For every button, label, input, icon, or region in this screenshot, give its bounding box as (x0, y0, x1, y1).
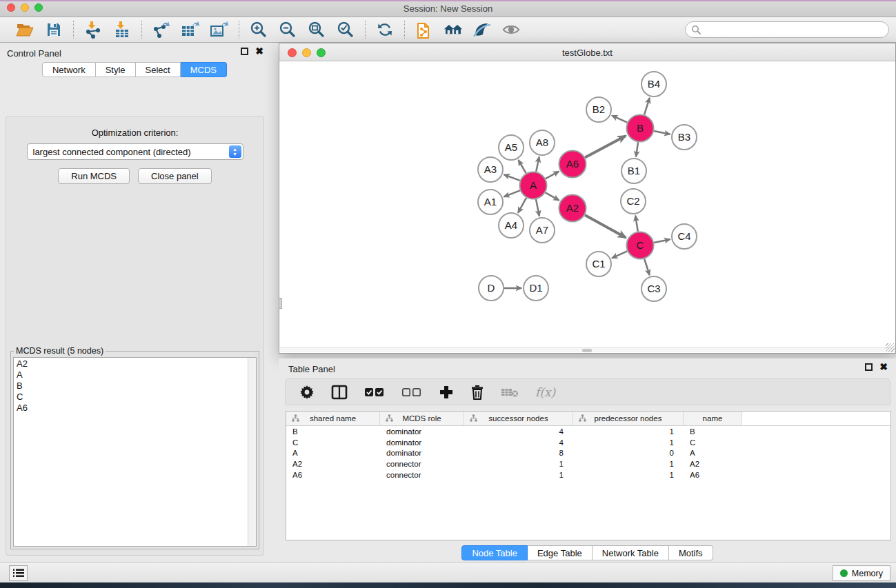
network-overview-icon[interactable] (415, 20, 434, 39)
table-tab-motifs[interactable]: Motifs (669, 545, 713, 560)
edge-A-A8[interactable] (536, 157, 539, 172)
table-tab-network-table[interactable]: Network Table (593, 545, 669, 560)
node-A5[interactable]: A5 (499, 135, 524, 160)
tab-select[interactable]: Select (136, 62, 181, 77)
float-table-panel-icon[interactable] (865, 363, 873, 371)
select-all-icon[interactable] (364, 387, 385, 398)
splitter-handle[interactable] (279, 298, 282, 309)
node-C3[interactable]: C3 (641, 276, 666, 301)
table-row[interactable]: A6connector11A6 (286, 469, 890, 480)
tab-style[interactable]: Style (96, 62, 136, 77)
edge-B-B3[interactable] (654, 131, 670, 134)
edge-A-A4[interactable] (518, 198, 526, 213)
edge-C-C2[interactable] (635, 216, 638, 232)
edge-A-A7[interactable] (536, 199, 539, 216)
scrollbar-thumb[interactable] (582, 349, 592, 352)
tab-network[interactable]: Network (42, 62, 96, 77)
node-C1[interactable]: C1 (586, 252, 611, 276)
node-A8[interactable]: A8 (530, 130, 555, 155)
deselect-all-icon[interactable] (401, 387, 422, 398)
zoom-fit-icon[interactable] (307, 20, 326, 39)
node-table[interactable]: shared nameMCDS rolesuccessor nodesprede… (286, 411, 891, 540)
criterion-select[interactable]: largest connected component (directed) ▲… (27, 143, 243, 160)
node-D[interactable]: D (479, 276, 504, 301)
result-list-item[interactable]: A2 (14, 359, 247, 370)
search-input[interactable] (701, 23, 888, 37)
node-A7[interactable]: A7 (530, 218, 555, 243)
close-table-panel-icon[interactable]: ✖ (879, 363, 888, 371)
memory-button[interactable]: Memory (833, 565, 890, 581)
node-B[interactable]: B (627, 115, 654, 142)
edge-A-A2[interactable] (546, 192, 559, 200)
column-header-successor-nodes[interactable]: successor nodes (464, 412, 573, 425)
hide-graphics-icon[interactable] (472, 20, 492, 39)
edge-C-C1[interactable] (612, 251, 627, 258)
close-panel-button[interactable]: Close panel (138, 168, 212, 184)
refresh-icon[interactable] (375, 20, 395, 39)
horizontal-scrollbar[interactable] (280, 347, 895, 352)
node-B2[interactable]: B2 (586, 97, 611, 122)
node-C4[interactable]: C4 (672, 224, 697, 249)
edge-A-A3[interactable] (504, 174, 520, 181)
eye-icon[interactable] (501, 20, 521, 39)
export-table-icon[interactable] (181, 20, 200, 39)
table-tab-edge-table[interactable]: Edge Table (528, 545, 593, 560)
edge-A-A1[interactable] (504, 190, 520, 196)
node-A[interactable]: A (520, 172, 547, 199)
result-list-item[interactable]: C (14, 392, 247, 403)
column-header-name[interactable]: name (684, 412, 742, 425)
node-B3[interactable]: B3 (672, 125, 697, 150)
import-table-icon[interactable] (112, 20, 132, 39)
table-row[interactable]: Adominator80A (286, 448, 890, 459)
table-row[interactable]: Cdominator41C (286, 437, 890, 448)
node-B4[interactable]: B4 (641, 72, 666, 97)
edge-A-A5[interactable] (519, 160, 526, 173)
edge-C-C4[interactable] (654, 239, 670, 243)
node-C2[interactable]: C2 (621, 189, 646, 214)
tab-mcds[interactable]: MCDS (181, 62, 227, 77)
open-file-icon[interactable] (15, 20, 34, 39)
edge-A-A6[interactable] (546, 172, 559, 179)
add-row-icon[interactable] (439, 385, 454, 400)
run-mcds-button[interactable]: Run MCDS (58, 168, 130, 184)
result-list-item[interactable]: A6 (14, 403, 247, 414)
network-window-titlebar[interactable]: testGlobe.txt (279, 43, 895, 61)
float-panel-icon[interactable] (241, 48, 248, 55)
network-canvas[interactable]: B4B2BB3A8A5A6A3B1AC2A1A2A4A7C4CC1C3DD1 (280, 61, 896, 349)
export-image-icon[interactable] (210, 20, 229, 39)
node-B1[interactable]: B1 (621, 159, 646, 183)
column-header-predecessor-nodes[interactable]: predecessor nodes (573, 412, 684, 425)
list-scrollbar[interactable] (248, 358, 256, 546)
edge-C-C3[interactable] (644, 259, 649, 276)
export-network-icon[interactable] (152, 20, 171, 39)
delete-row-icon[interactable] (470, 385, 484, 400)
import-network-icon[interactable] (83, 20, 103, 39)
resize-grip[interactable] (886, 343, 895, 352)
search-box[interactable] (685, 21, 889, 38)
edge-B-B1[interactable] (636, 142, 638, 156)
zoom-in-icon[interactable] (249, 20, 268, 39)
close-panel-icon[interactable]: ✖ (255, 48, 263, 55)
columns-icon[interactable] (331, 385, 348, 400)
node-A2[interactable]: A2 (559, 195, 586, 222)
node-D1[interactable]: D1 (524, 276, 548, 301)
node-C[interactable]: C (627, 232, 654, 259)
edge-B-B4[interactable] (644, 98, 650, 114)
edge-A2-C[interactable] (585, 215, 626, 238)
save-session-icon[interactable] (44, 20, 63, 39)
edge-B-B2[interactable] (612, 116, 627, 123)
function-builder-icon[interactable]: f(x) (535, 385, 555, 399)
column-header-shared-name[interactable]: shared name (286, 412, 380, 425)
delete-table-icon[interactable] (501, 386, 519, 398)
node-A4[interactable]: A4 (499, 213, 524, 238)
mcds-result-list[interactable]: A2ABCA6 (13, 357, 257, 547)
column-header-MCDS-role[interactable]: MCDS role (380, 412, 464, 425)
node-A1[interactable]: A1 (478, 190, 503, 214)
zoom-selected-icon[interactable] (336, 20, 355, 39)
table-row[interactable]: Bdominator41B (286, 426, 890, 437)
result-list-item[interactable]: A (14, 370, 247, 381)
node-A3[interactable]: A3 (478, 157, 503, 182)
node-A6[interactable]: A6 (559, 151, 586, 178)
table-row[interactable]: A2connector11A2 (286, 458, 890, 469)
table-tab-node-table[interactable]: Node Table (461, 545, 528, 560)
